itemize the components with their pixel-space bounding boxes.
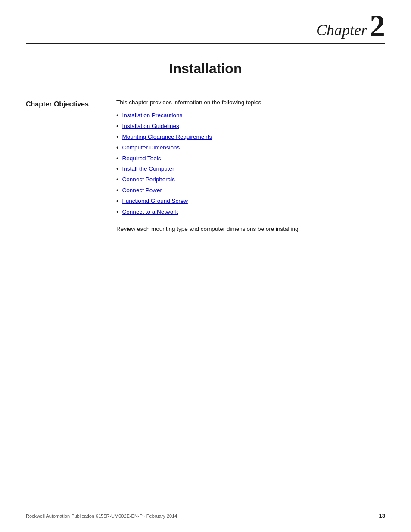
topic-link[interactable]: Connect to a Network: [122, 208, 178, 216]
topic-link[interactable]: Connect Peripherals: [122, 175, 175, 184]
topic-link[interactable]: Installation Precautions: [122, 111, 183, 120]
bullet-icon: •: [116, 208, 119, 217]
bullet-icon: •: [116, 197, 119, 206]
bullet-icon: •: [116, 175, 119, 184]
footer-publication: Rockwell Automation Publication 6155R-UM…: [26, 513, 177, 519]
list-item: •Functional Ground Screw: [116, 197, 385, 206]
list-item: •Connect Power: [116, 186, 385, 195]
page-title-area: Installation: [0, 61, 411, 77]
bullet-icon: •: [116, 143, 119, 152]
topic-link[interactable]: Required Tools: [122, 154, 161, 163]
main-content: Chapter Objectives This chapter provides…: [0, 98, 411, 233]
bullet-icon: •: [116, 122, 119, 131]
topic-link[interactable]: Functional Ground Screw: [122, 197, 188, 205]
bullet-icon: •: [116, 186, 119, 195]
chapter-divider: [26, 43, 385, 44]
page-footer: Rockwell Automation Publication 6155R-UM…: [0, 513, 411, 519]
list-item: •Mounting Clearance Requirements: [116, 133, 385, 142]
list-item: •Installation Guidelines: [116, 122, 385, 131]
topic-link[interactable]: Mounting Clearance Requirements: [122, 133, 212, 141]
topic-link[interactable]: Install the Computer: [122, 165, 174, 173]
topic-link[interactable]: Connect Power: [122, 186, 162, 195]
page-number: 13: [379, 513, 385, 519]
chapter-header: Chapter 2: [0, 0, 411, 39]
list-item: •Required Tools: [116, 154, 385, 163]
chapter-number: 2: [370, 13, 385, 39]
bullet-icon: •: [116, 133, 119, 142]
list-item: •Connect to a Network: [116, 208, 385, 217]
list-item: •Connect Peripherals: [116, 175, 385, 184]
bullet-icon: •: [116, 111, 119, 120]
topic-link[interactable]: Computer Dimensions: [122, 143, 180, 152]
section-heading: Chapter Objectives: [26, 100, 89, 108]
review-text: Review each mounting type and computer d…: [116, 225, 385, 233]
bullet-icon: •: [116, 154, 119, 163]
page-title: Installation: [26, 61, 385, 77]
chapter-label: Chapter: [316, 21, 367, 39]
list-item: •Install the Computer: [116, 165, 385, 174]
topics-list: •Installation Precautions•Installation G…: [116, 111, 385, 216]
list-item: •Installation Precautions: [116, 111, 385, 120]
topic-link[interactable]: Installation Guidelines: [122, 122, 179, 131]
bullet-icon: •: [116, 165, 119, 174]
list-item: •Computer Dimensions: [116, 143, 385, 152]
right-content: This chapter provides information on the…: [116, 98, 385, 233]
intro-text: This chapter provides information on the…: [116, 98, 385, 107]
page-container: Chapter 2 Installation Chapter Objective…: [0, 0, 411, 532]
left-sidebar: Chapter Objectives: [26, 98, 103, 233]
